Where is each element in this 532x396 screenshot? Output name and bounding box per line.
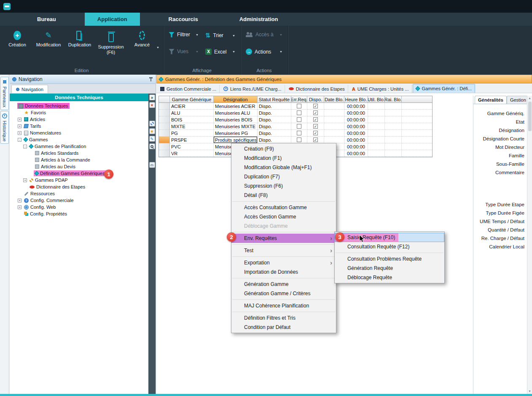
ribbon-button[interactable]: Modification ▼ xyxy=(34,29,63,49)
tree-expand-toggle[interactable]: + xyxy=(18,205,21,209)
tree-item[interactable]: Données Techniques xyxy=(10,102,148,109)
context-menu-item[interactable]: Génération Gamme / Critères › xyxy=(231,289,336,298)
toolbar-button[interactable] xyxy=(149,162,155,168)
tree-expand-toggle[interactable]: + xyxy=(18,199,21,202)
ribbon-button[interactable]: Accès à ▼ xyxy=(244,31,284,38)
toolbar-button[interactable] xyxy=(149,128,155,134)
ribbon-tab[interactable]: Application xyxy=(85,13,140,26)
submenu-item[interactable]: Génération Requête xyxy=(335,264,444,273)
tree-item[interactable]: Ressources xyxy=(10,190,148,197)
pin-icon[interactable] xyxy=(149,77,153,81)
checkbox-err-req[interactable] xyxy=(297,124,301,129)
ribbon-button[interactable]: Vues ▼ xyxy=(167,48,200,55)
ribbon-button[interactable]: Actions ▼ xyxy=(244,48,284,56)
tree-expand-toggle[interactable] xyxy=(18,212,21,216)
context-menu-item[interactable]: Modification Globale (Maj+F1) › xyxy=(231,163,336,172)
toolbar-button[interactable] xyxy=(149,136,155,142)
tree-item[interactable]: Articles Standards xyxy=(10,150,148,156)
context-menu-item[interactable]: Importation de Données › xyxy=(231,267,336,277)
cell-designation[interactable]: Menuiseries ACIER xyxy=(214,103,258,110)
checkbox-err-req[interactable] xyxy=(297,110,301,115)
table-row[interactable]: PG Menuiseries PG Dispo. ✓ 00:00:00 xyxy=(159,130,432,137)
tree-item[interactable]: Config. Propriétés xyxy=(10,210,148,217)
context-menu-item[interactable]: Duplication (F7) › xyxy=(231,172,336,181)
ribbon-button[interactable]: Filtrer ▼ xyxy=(167,31,200,38)
context-menu-item[interactable]: Génération Gamme › xyxy=(231,280,336,289)
side-panel-tab[interactable]: Historique xyxy=(0,111,9,144)
tree-expand-toggle[interactable] xyxy=(29,165,32,169)
document-tab[interactable]: UME Charges : Unités ... xyxy=(349,85,412,93)
ribbon-tab[interactable]: Administration xyxy=(227,13,291,26)
context-menu-item[interactable]: Suppression (F6) › xyxy=(231,181,336,191)
column-header[interactable]: Err.Req. xyxy=(291,96,307,103)
context-menu-item[interactable]: Test › xyxy=(231,246,336,255)
ribbon-button[interactable]: Trier ▼ xyxy=(204,31,237,40)
tree-item[interactable]: Favoris xyxy=(10,109,148,116)
context-menu-item[interactable]: Env. Requêtes › xyxy=(231,234,336,243)
tree-expand-toggle[interactable] xyxy=(23,185,27,189)
ribbon-button[interactable]: Création ▼ xyxy=(3,29,32,49)
table-row[interactable]: BOIS Menuiseries BOIS Dispo. ✓ 00:00:00 xyxy=(159,116,432,123)
checkbox-err-req[interactable] xyxy=(297,104,301,108)
table-row[interactable]: ACIER Menuiseries ACIER Dispo. ✓ 00:00:0… xyxy=(159,103,432,110)
toolbar-button[interactable] xyxy=(149,151,155,160)
cell-designation[interactable]: Menuiseries MIXTE xyxy=(214,123,258,130)
toolbar-button[interactable] xyxy=(149,94,155,100)
ribbon-button[interactable]: Suppression (F6) ▼ xyxy=(96,29,126,57)
tree-expand-toggle[interactable] xyxy=(12,104,16,108)
tree-expand-toggle[interactable]: + xyxy=(18,124,21,128)
table-row[interactable]: PRSPE Produits spécifiques Dispo. ✓ 00:0… xyxy=(159,137,432,143)
row-selector[interactable] xyxy=(159,110,170,116)
ribbon-button[interactable]: Duplication ▼ xyxy=(65,29,94,49)
document-tab[interactable]: Gestion Commerciale ... xyxy=(157,85,220,93)
cell-designation[interactable]: Menuiseries PG xyxy=(214,130,258,137)
tree-expand-toggle[interactable] xyxy=(29,172,32,175)
checkbox-dispo[interactable]: ✓ xyxy=(313,117,318,122)
column-header[interactable]: Statut Requête xyxy=(258,96,291,103)
checkbox-dispo[interactable]: ✓ xyxy=(313,137,318,142)
tree-item[interactable]: + Config. Web xyxy=(10,204,148,210)
toolbar-button[interactable] xyxy=(149,121,155,127)
column-header[interactable]: Dispo. xyxy=(307,96,324,103)
scroll-down-arrow-icon[interactable]: ▼ xyxy=(527,389,532,394)
toolbar-button[interactable] xyxy=(149,110,155,119)
tree-expand-toggle[interactable] xyxy=(29,158,32,162)
row-selector[interactable] xyxy=(159,103,170,110)
context-menu-item[interactable]: Accès Gestion Gamme › xyxy=(231,212,336,221)
checkbox-dispo[interactable]: ✓ xyxy=(313,104,318,108)
context-menu-item[interactable]: Définition Filtres et Tris › xyxy=(231,313,336,323)
tree-expand-toggle[interactable]: + xyxy=(23,178,27,182)
tree-item[interactable]: Définition Gammes Génériques xyxy=(10,170,148,177)
tree-item[interactable]: + Articles xyxy=(10,116,148,123)
tree-item[interactable]: Articles à la Commande xyxy=(10,156,148,163)
scrollbar-thumb[interactable] xyxy=(528,102,532,131)
toolbar-button[interactable] xyxy=(149,102,155,108)
navigation-tab[interactable]: Navigation xyxy=(11,85,48,93)
context-menu-item[interactable]: Exportation › xyxy=(231,258,336,267)
document-tab[interactable]: Liens Res./UME Charg... xyxy=(220,85,285,93)
cell-designation[interactable]: Menuiseries ALU xyxy=(214,110,258,116)
context-menu-item[interactable]: Création (F9) › xyxy=(231,144,336,154)
column-header[interactable]: Date Blo. xyxy=(324,96,344,103)
tree-expand-toggle[interactable]: + xyxy=(18,131,21,135)
column-header[interactable]: Rai. Blo. xyxy=(385,96,402,103)
ribbon-button[interactable]: Avancé ▼ xyxy=(127,29,157,49)
side-panel-tab[interactable]: Panneaux xyxy=(0,77,9,110)
submenu-item[interactable]: Consultation Requête (F12) xyxy=(335,242,444,251)
tree-item[interactable]: + Gammes PDAP xyxy=(10,177,148,183)
checkbox-dispo[interactable]: ✓ xyxy=(313,110,318,115)
properties-tab[interactable]: Généralités xyxy=(475,96,507,104)
properties-tab[interactable]: Gestion Info xyxy=(507,96,527,104)
column-header[interactable]: Util. Blo. xyxy=(368,96,385,103)
context-menu-item[interactable]: Accès Consultation Gamme › xyxy=(231,203,336,212)
row-selector[interactable] xyxy=(159,150,170,157)
submenu-item[interactable]: Déblocage Requête xyxy=(335,273,444,282)
tree-item[interactable]: Dictionnaire des Etapes xyxy=(10,183,148,190)
checkbox-err-req[interactable] xyxy=(297,137,301,142)
context-menu-item[interactable]: Modification (F1) › xyxy=(231,154,336,163)
tree-expand-toggle[interactable]: - xyxy=(23,145,27,148)
row-selector[interactable] xyxy=(159,123,170,130)
tree-expand-toggle[interactable]: + xyxy=(18,118,21,121)
context-menu-item[interactable]: Déblocage Gamme › xyxy=(231,221,336,231)
submenu-item[interactable]: Consultation Problèmes Requête xyxy=(335,254,444,264)
